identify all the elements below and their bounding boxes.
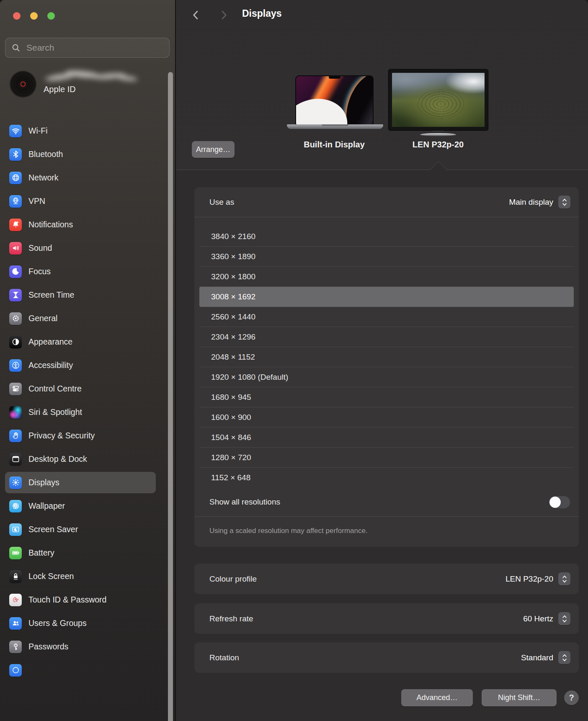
sidebar-item[interactable]: Sound bbox=[5, 237, 156, 259]
resolution-row[interactable]: 1152 × 648 bbox=[199, 468, 574, 488]
sidebar-item[interactable]: VPN bbox=[5, 191, 156, 212]
minimize-button[interactable] bbox=[30, 12, 38, 20]
sidebar-item[interactable]: Wallpaper bbox=[5, 495, 156, 517]
refresh-rate-value: 60 Hertz bbox=[523, 614, 553, 623]
show-all-resolutions-row: Show all resolutions bbox=[194, 488, 579, 516]
sidebar-item[interactable]: Desktop & Dock bbox=[5, 448, 156, 470]
sidebar-item-label: Displays bbox=[28, 478, 59, 487]
battery-icon bbox=[9, 547, 22, 559]
scaled-resolution-note: Using a scaled resolution may affect per… bbox=[194, 517, 579, 547]
search-icon bbox=[11, 43, 21, 52]
general-icon bbox=[9, 312, 22, 325]
sidebar-item[interactable]: Wi-Fi bbox=[5, 120, 156, 142]
resolution-label: 3840 × 2160 bbox=[211, 232, 255, 241]
macbook-base bbox=[287, 124, 383, 129]
sidebar-nav: Wi-Fi Bluetooth Network VPN bbox=[5, 120, 156, 683]
resolution-row[interactable]: 1680 × 945 bbox=[199, 387, 574, 407]
advanced-button[interactable]: Advanced… bbox=[401, 689, 473, 706]
sidebar-item-label: Siri & Spotlight bbox=[28, 407, 82, 417]
resolution-row[interactable]: 1600 × 900 bbox=[199, 407, 574, 427]
sidebar-item[interactable]: Screen Time bbox=[5, 284, 156, 306]
resolution-label: 1280 × 720 bbox=[211, 453, 251, 462]
sidebar-item-label: Appearance bbox=[28, 337, 72, 347]
colour-profile-label: Colour profile bbox=[209, 574, 257, 584]
screen-time-icon bbox=[9, 289, 22, 301]
resolution-label: 1920 × 1080 (Default) bbox=[211, 373, 288, 382]
sidebar-item[interactable]: Battery bbox=[5, 542, 156, 564]
resolution-row[interactable]: 1504 × 846 bbox=[199, 427, 574, 448]
apple-id-row[interactable]: Apple ID bbox=[10, 70, 169, 98]
sidebar-item-label: VPN bbox=[28, 196, 45, 206]
zoom-button[interactable] bbox=[47, 12, 55, 20]
sidebar-item[interactable]: Bluetooth bbox=[5, 144, 156, 165]
page-title: Displays bbox=[242, 8, 282, 19]
sidebar-item[interactable] bbox=[5, 659, 156, 681]
internet-accounts-icon bbox=[9, 664, 22, 677]
close-button[interactable] bbox=[13, 12, 21, 20]
resolution-row[interactable]: 2048 × 1152 bbox=[199, 347, 574, 367]
sidebar-item[interactable]: Control Centre bbox=[5, 378, 156, 399]
sidebar-item[interactable]: General bbox=[5, 308, 156, 329]
forward-button[interactable] bbox=[216, 8, 231, 23]
rotation-dropdown[interactable] bbox=[558, 651, 570, 664]
resolution-row[interactable]: 2560 × 1440 bbox=[199, 307, 574, 327]
search-input[interactable] bbox=[26, 42, 163, 53]
resolution-label: 1600 × 900 bbox=[211, 413, 251, 422]
siri-icon bbox=[9, 406, 22, 419]
footer-buttons: Advanced… Night Shift… ? bbox=[176, 689, 579, 706]
sidebar-item-label: Touch ID & Password bbox=[28, 595, 106, 605]
sidebar-item[interactable]: Displays bbox=[5, 472, 156, 493]
colour-profile-card: Colour profile LEN P32p-20 bbox=[194, 564, 579, 594]
external-display-thumbnail[interactable] bbox=[388, 69, 488, 131]
sidebar-item[interactable]: Accessibility bbox=[5, 355, 156, 376]
resolution-row[interactable]: 1920 × 1080 (Default) bbox=[199, 367, 574, 387]
resolution-row[interactable]: 3008 × 1692 bbox=[199, 287, 574, 307]
refresh-rate-card: Refresh rate 60 Hertz bbox=[194, 603, 579, 634]
sidebar-item[interactable]: Siri & Spotlight bbox=[5, 402, 156, 423]
avatar[interactable] bbox=[10, 71, 36, 97]
vpn-icon bbox=[9, 195, 22, 208]
sidebar-item-label: Screen Time bbox=[28, 290, 74, 300]
external-display-label: LEN P32p-20 bbox=[388, 140, 488, 149]
sidebar-item-label: Sound bbox=[28, 243, 52, 253]
sidebar-item-label: Wallpaper bbox=[28, 501, 65, 511]
sidebar-item[interactable]: Screen Saver bbox=[5, 519, 156, 540]
resolution-row[interactable]: 3360 × 1890 bbox=[199, 247, 574, 267]
sidebar-item-label: Control Centre bbox=[28, 384, 82, 394]
help-button[interactable]: ? bbox=[564, 690, 579, 705]
passwords-icon bbox=[9, 641, 22, 653]
touch-id-icon bbox=[9, 594, 22, 606]
sidebar-item[interactable]: Passwords bbox=[5, 636, 156, 657]
sidebar-item[interactable]: Network bbox=[5, 167, 156, 188]
resolution-row[interactable]: 2304 × 1296 bbox=[199, 327, 574, 347]
sidebar-scrollbar[interactable] bbox=[168, 72, 173, 721]
sound-icon bbox=[9, 242, 22, 255]
sidebar-item[interactable]: Users & Groups bbox=[5, 613, 156, 634]
back-button[interactable] bbox=[188, 8, 204, 23]
sidebar-item[interactable]: Privacy & Security bbox=[5, 425, 156, 446]
night-shift-button[interactable]: Night Shift… bbox=[482, 689, 557, 706]
colour-profile-dropdown[interactable] bbox=[558, 572, 570, 585]
rotation-card: Rotation Standard bbox=[194, 642, 579, 673]
sidebar-item[interactable]: Notifications bbox=[5, 214, 156, 235]
sidebar-item[interactable]: Lock Screen bbox=[5, 566, 156, 587]
sidebar-item[interactable]: Focus bbox=[5, 261, 156, 282]
sidebar-item-label: Battery bbox=[28, 548, 54, 558]
monitor-stand-base bbox=[420, 133, 456, 136]
refresh-rate-dropdown[interactable] bbox=[558, 612, 570, 625]
sidebar-item[interactable]: Appearance bbox=[5, 331, 156, 353]
sidebar-item-label: Accessibility bbox=[28, 360, 73, 370]
resolution-label: 3008 × 1692 bbox=[211, 292, 255, 301]
show-all-resolutions-toggle[interactable] bbox=[549, 496, 570, 509]
sidebar-item[interactable]: Touch ID & Password bbox=[5, 589, 156, 610]
lock-screen-icon bbox=[9, 570, 22, 583]
search-field[interactable] bbox=[5, 38, 170, 58]
arrange-button[interactable]: Arrange… bbox=[192, 141, 235, 158]
resolution-row[interactable]: 3200 × 1800 bbox=[199, 267, 574, 287]
sidebar-item-label: Lock Screen bbox=[28, 572, 74, 581]
sidebar-item-label: Desktop & Dock bbox=[28, 454, 87, 464]
built-in-display-thumbnail[interactable] bbox=[296, 76, 373, 124]
use-as-dropdown[interactable] bbox=[558, 196, 570, 209]
resolution-row[interactable]: 1280 × 720 bbox=[199, 448, 574, 468]
resolution-row[interactable]: 3840 × 2160 bbox=[199, 227, 574, 247]
